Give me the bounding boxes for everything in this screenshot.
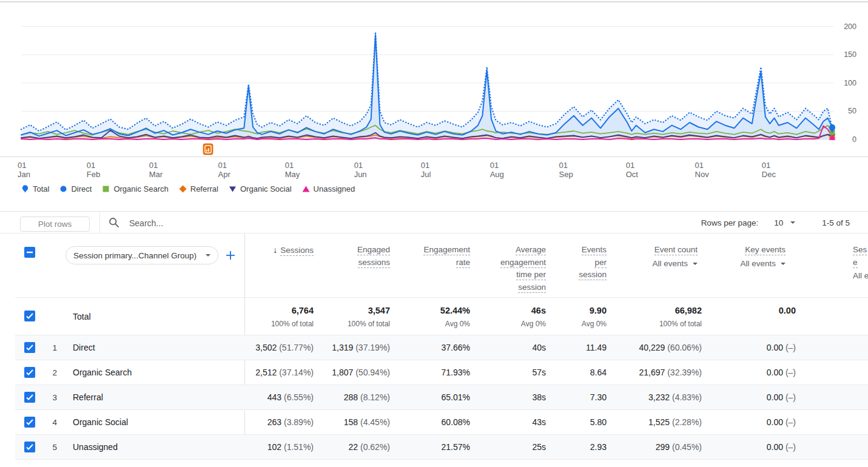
x-axis-label: 01Aug (490, 161, 504, 179)
metric-cell: 0.00 (–) (681, 435, 796, 460)
column-header-events-per-session[interactable]: Eventspersession (516, 244, 607, 281)
legend-item-referral: Referral (179, 184, 218, 193)
channel-name: Direct (73, 335, 95, 360)
search-icon (109, 217, 119, 230)
legend-item-organic-social: Organic Social (229, 184, 292, 193)
chart-bottom-axis (0, 156, 868, 157)
triangle-down-icon (229, 185, 237, 193)
square-icon (102, 185, 110, 193)
total-row: Total 6,764100% of total3,547100% of tot… (0, 297, 868, 335)
x-axis-label: 01Apr (218, 161, 230, 179)
rows-per-page-caret-icon[interactable] (790, 221, 795, 224)
sort-desc-icon: ↓ (273, 245, 277, 255)
rows-per-page-label: Rows per page: (701, 218, 759, 227)
x-axis-label: 01Jun (354, 161, 367, 179)
x-axis-label: 01Oct (626, 161, 638, 179)
dimension-dropdown[interactable]: Session primary...Channel Group) (66, 246, 218, 264)
y-axis-label: 0 (837, 135, 856, 144)
row-checkbox[interactable] (24, 442, 35, 452)
dimension-dropdown-label: Session primary...Channel Group) (73, 251, 197, 260)
x-axis-label: 01Dec (762, 161, 776, 179)
channel-name: Organic Search (73, 360, 132, 385)
x-axis-label: 01Mar (149, 161, 163, 179)
total-row-checkbox[interactable] (24, 311, 35, 321)
metric-cell: 0.00 (–) (681, 335, 796, 360)
channel-name: Organic Social (73, 410, 128, 435)
row-number: 1 (49, 335, 57, 360)
x-axis-label: 01Nov (695, 161, 709, 179)
y-axis-label: 50 (837, 107, 856, 115)
circle-icon (59, 185, 67, 193)
table-row-organic-social: 4Organic Social263 (3.89%)158 (4.45%)60.… (0, 410, 868, 435)
row-number: 4 (49, 410, 57, 435)
metric-cell: 0.00 (–) (681, 360, 796, 385)
rows-per-page-value[interactable]: 10 (774, 218, 783, 227)
row-checkbox[interactable] (24, 417, 35, 428)
table-row-direct: 1Direct3,502 (51.77%)1,319 (37.19%)37.66… (0, 335, 868, 360)
legend-item-direct: Direct (59, 184, 92, 193)
row-number: 5 (49, 435, 57, 460)
row-checkbox[interactable] (24, 342, 35, 353)
traffic-acquisition-report: 200150100500 01Jan01Feb01Mar01Apr01May01… (0, 0, 868, 467)
y-axis-label: 200 (837, 22, 856, 31)
total-row-label: Total (73, 312, 91, 321)
diamond-icon (179, 185, 187, 193)
table-row-organic-search: 2Organic Search2,512 (37.14%)1,807 (50.9… (0, 360, 868, 385)
select-all-checkbox[interactable] (24, 247, 35, 258)
total-cell: 66,982100% of total (593, 306, 702, 328)
teardrop-icon (21, 185, 29, 193)
table-row-unassigned: 5Unassigned102 (1.51%)22 (0.62%)21.57%25… (0, 435, 868, 460)
sessions-time-series-chart (0, 0, 868, 159)
triangle-up-icon (302, 185, 310, 193)
channel-name: Unassigned (73, 435, 118, 460)
legend-item-organic-search: Organic Search (102, 184, 168, 193)
table-row-referral: 3Referral443 (6.55%)288 (8.12%)65.01%38s… (0, 385, 868, 410)
metric-filter[interactable]: All events (695, 258, 786, 270)
dimension-dropdown-caret-icon (206, 254, 210, 257)
total-cell: 0.00 (687, 306, 796, 315)
search-input[interactable] (128, 215, 506, 232)
x-axis-label: 01Feb (87, 161, 100, 179)
row-number: 2 (49, 360, 57, 385)
column-header-event-count[interactable]: Event countAll events (607, 244, 698, 270)
column-header-key-events[interactable]: Key eventsAll events (695, 244, 786, 270)
metric-filter[interactable]: All eve (853, 270, 868, 283)
metric-filter[interactable]: All events (607, 258, 698, 270)
x-axis-label: 01Sep (559, 161, 573, 179)
total-cell: 9.90Avg 0% (497, 306, 607, 328)
legend-item-total: Total (21, 184, 49, 193)
legend-item-unassigned: Unassigned (302, 184, 355, 193)
pagination-range: 1-5 of 5 (822, 218, 850, 227)
table-toolbar: Plot rows Rows per page: 10 1-5 of 5 (0, 211, 868, 234)
plot-rows-button[interactable]: Plot rows (20, 217, 90, 232)
metric-cell: 0.00 (–) (681, 385, 796, 410)
toolbar-divider (99, 212, 100, 234)
metric-cell: 0.00 (–) (681, 410, 796, 435)
y-axis-label: 150 (837, 50, 856, 59)
column-header-engaged-sessions[interactable]: Engagedsessions (299, 244, 390, 269)
table-header: Session primary...Channel Group) ↓Sessio… (0, 234, 868, 297)
row-checkbox[interactable] (24, 367, 35, 378)
chart-legend: TotalDirectOrganic SearchReferralOrganic… (21, 184, 355, 193)
row-number: 3 (49, 385, 57, 410)
x-axis-label: 01Jul (421, 161, 431, 179)
row-checkbox[interactable] (24, 392, 35, 403)
filter-caret-icon (781, 263, 786, 265)
pagination-controls: Rows per page: 10 1-5 of 5 (701, 212, 850, 234)
y-axis-label: 100 (837, 79, 856, 87)
annotation-icon[interactable] (202, 143, 214, 156)
x-axis-label: 01Jan (18, 161, 30, 179)
x-axis-label: 01May (285, 161, 300, 179)
column-header-ses-e[interactable]: SeseAll eve (853, 244, 868, 283)
channel-name: Referral (73, 385, 103, 410)
